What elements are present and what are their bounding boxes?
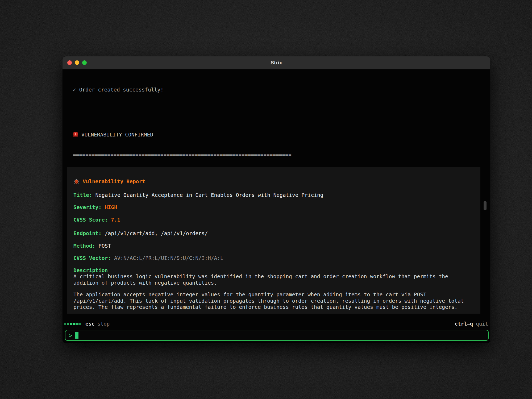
order-created-text: Order created successfully! [79,87,164,93]
field-label: CVSS Vector: [73,255,111,261]
spinner-dot [73,323,75,325]
field-value: AV:N/AC:L/PR:L/UI:N/S:U/C:N/I:H/A:L [114,255,223,261]
command-input[interactable]: > [65,330,489,341]
report-field-cvss-score: CVSS Score:7.1 [73,217,474,223]
field-label: CVSS Score: [73,217,108,223]
check-icon: ✓ [73,87,76,93]
report-field-severity: Severity:HIGH [73,204,474,211]
spinner-icon [64,323,81,325]
field-value: POST [98,243,111,249]
field-value: /api/v1/cart/add, /api/v1/orders/ [105,230,208,236]
separator-line: ========================================… [73,112,482,119]
esc-key-hint: esc [85,321,94,327]
field-value: HIGH [105,204,117,210]
field-label: Method: [73,243,95,249]
report-field-cvss-vector: CVSS Vector:AV:N/AC:L/PR:L/UI:N/S:U/C:N/… [73,255,474,261]
vuln-confirmed-label: VULNERABILITY CONFIRMED [81,132,153,138]
desktop-background: Strix ✓Order created successfully! =====… [0,0,532,399]
report-field-method: Method:POST [73,243,474,249]
report-heading: Vulnerability Report [83,178,145,185]
status-left: esc stop [64,321,110,327]
field-value: 7.1 [111,217,120,223]
vulnerability-report-panel: Vulnerability Report Title:Negative Quan… [67,167,480,314]
field-label: Title: [73,192,92,198]
bug-icon [73,178,80,186]
status-right: ctrl–q quit [455,321,488,327]
ctrl-q-key-hint: ctrl–q [455,321,473,327]
text-cursor [75,332,78,339]
description-paragraph: A critical business logic vulnerability … [73,273,474,286]
report-field-endpoint: Endpoint:/api/v1/cart/add, /api/v1/order… [73,230,474,237]
spinner-dot [78,323,81,325]
description-paragraph: The application accepts negative integer… [73,292,474,310]
stop-action-label: stop [97,321,110,327]
spinner-dot [70,323,72,325]
siren-icon [73,131,78,139]
spinner-dot [64,323,66,325]
order-created-line: ✓Order created successfully! [73,87,482,93]
prompt-symbol: > [69,332,72,339]
report-heading-line: Vulnerability Report [73,178,474,186]
vuln-confirmed-line: VULNERABILITY CONFIRMED [73,131,482,139]
terminal-window: Strix ✓Order created successfully! =====… [63,56,490,343]
description-heading: Description [73,267,474,274]
scrollbar-thumb[interactable] [484,201,487,210]
field-value: Negative Quantity Acceptance in Cart Ena… [95,192,323,198]
window-title: Strix [63,56,490,69]
field-label: Endpoint: [73,230,102,236]
spinner-dot [67,323,69,325]
separator-line: ========================================… [73,152,482,158]
quit-action-label: quit [476,321,488,327]
report-field-title: Title:Negative Quantity Acceptance in Ca… [73,192,474,198]
status-bar: esc stop ctrl–q quit [64,320,488,327]
spinner-dot [76,323,78,325]
field-label: Severity: [73,204,102,210]
window-titlebar[interactable]: Strix [63,56,490,69]
